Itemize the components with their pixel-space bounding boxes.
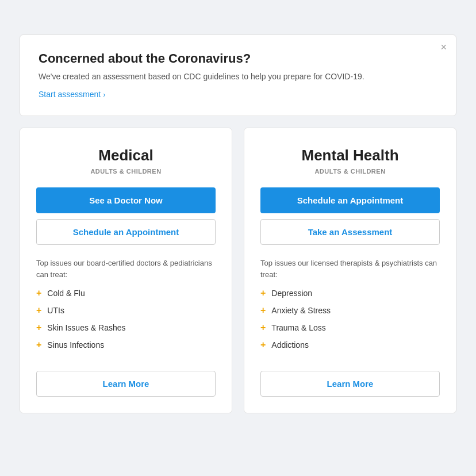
chevron-right-icon: ›	[103, 90, 105, 99]
medical-learn-more-button[interactable]: Learn More	[36, 371, 216, 397]
take-assessment-button[interactable]: Take an Assessment	[260, 219, 440, 245]
page-container: × Concerned about the Coronavirus? We've…	[20, 34, 456, 413]
plus-icon: +	[36, 340, 41, 350]
schedule-appointment-button[interactable]: Schedule an Appointment	[260, 187, 440, 213]
list-item: + Skin Issues & Rashes	[36, 323, 216, 333]
list-item: + Depression	[260, 288, 440, 298]
plus-icon: +	[260, 340, 266, 350]
banner-body: We've created an assessment based on CDC…	[39, 72, 437, 81]
banner: × Concerned about the Coronavirus? We've…	[20, 34, 456, 116]
list-item: + Cold & Flu	[36, 288, 216, 298]
banner-close-button[interactable]: ×	[440, 42, 447, 52]
banner-title: Concerned about the Coronavirus?	[39, 51, 437, 66]
cards-row: Medical ADULTS & CHILDREN See a Doctor N…	[20, 128, 456, 413]
medical-schedule-appointment-button[interactable]: Schedule an Appointment	[36, 219, 216, 245]
list-item: + UTIs	[36, 305, 216, 316]
mental-health-card-subtitle: ADULTS & CHILDREN	[260, 168, 440, 175]
list-item: + Sinus Infections	[36, 340, 216, 350]
mental-health-card-title: Mental Health	[260, 147, 440, 164]
list-item: + Trauma & Loss	[260, 323, 440, 333]
medical-card: Medical ADULTS & CHILDREN See a Doctor N…	[20, 128, 232, 413]
plus-icon: +	[260, 305, 266, 316]
mental-health-learn-more-button[interactable]: Learn More	[260, 371, 440, 397]
banner-link-text: Start assessment	[39, 90, 101, 99]
issue-label: Skin Issues & Rashes	[47, 323, 125, 332]
plus-icon: +	[260, 323, 266, 333]
mental-health-issues-intro: Top issues our licensed therapists & psy…	[260, 258, 440, 280]
issue-label: Anxiety & Stress	[271, 306, 331, 315]
plus-icon: +	[260, 288, 266, 298]
issue-label: Cold & Flu	[47, 289, 85, 298]
mental-health-issues-list: + Depression + Anxiety & Stress + Trauma…	[260, 288, 440, 357]
plus-icon: +	[36, 305, 41, 316]
issue-label: Trauma & Loss	[271, 323, 325, 332]
list-item: + Anxiety & Stress	[260, 305, 440, 316]
banner-start-assessment-link[interactable]: Start assessment ›	[39, 90, 106, 99]
medical-issues-list: + Cold & Flu + UTIs + Skin Issues & Rash…	[36, 288, 216, 357]
medical-card-subtitle: ADULTS & CHILDREN	[36, 168, 216, 175]
plus-icon: +	[36, 323, 41, 333]
issue-label: Addictions	[271, 340, 309, 350]
mental-health-card: Mental Health ADULTS & CHILDREN Schedule…	[244, 128, 456, 413]
medical-card-title: Medical	[36, 147, 216, 164]
medical-issues-intro: Top issues our board-certified doctors &…	[36, 258, 216, 280]
issue-label: UTIs	[47, 306, 64, 315]
list-item: + Addictions	[260, 340, 440, 350]
plus-icon: +	[36, 288, 41, 298]
issue-label: Sinus Infections	[47, 340, 104, 350]
issue-label: Depression	[271, 289, 312, 298]
see-doctor-now-button[interactable]: See a Doctor Now	[36, 187, 216, 213]
